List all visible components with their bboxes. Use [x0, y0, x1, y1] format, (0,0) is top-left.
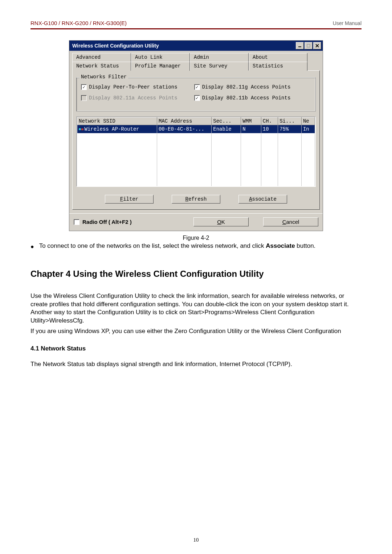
- tab-network-status[interactable]: Network Status: [72, 62, 131, 71]
- figure-caption: Figure 4-2: [30, 235, 362, 241]
- maximize-button[interactable]: [305, 42, 313, 49]
- checkbox-box: ✓: [194, 95, 200, 101]
- table-row[interactable]: [77, 165, 315, 173]
- tab-advanced[interactable]: Advanced: [72, 53, 131, 62]
- page-number: 10: [0, 537, 392, 543]
- dialog-window: Wireless Client Configuration Utility Ad…: [69, 40, 323, 231]
- cell-wmm: N: [241, 125, 261, 134]
- table-row[interactable]: Wireless AP-Router00-E0-4C-81-...EnableN…: [77, 125, 315, 134]
- tab-admin[interactable]: Admin: [190, 53, 249, 62]
- col-si-[interactable]: Si...: [278, 118, 302, 125]
- refresh-button[interactable]: Refresh: [172, 195, 220, 204]
- networks-table[interactable]: Network SSIDMAC AddressSec...WMMCH.Si...…: [76, 116, 316, 187]
- table-row[interactable]: [77, 157, 315, 165]
- checkbox-label: Display 802.11b Access Points: [202, 95, 291, 101]
- titlebar: Wireless Client Configuration Utility: [69, 41, 323, 51]
- radio-off-checkbox[interactable]: [74, 219, 79, 225]
- col-sec-[interactable]: Sec...: [212, 118, 241, 125]
- cell-ssid: Wireless AP-Router: [85, 126, 139, 132]
- table-row[interactable]: [77, 181, 315, 187]
- svg-rect-5: [81, 128, 83, 130]
- checkbox-box: [81, 95, 87, 101]
- col-ch-[interactable]: CH.: [261, 118, 278, 125]
- group-legend: Networks Filter: [79, 74, 128, 80]
- table-row[interactable]: [77, 149, 315, 157]
- table-row[interactable]: [77, 141, 315, 149]
- close-icon: [315, 44, 319, 48]
- bullet-text: To connect to one of the networks on the…: [39, 242, 316, 250]
- tab-statistics[interactable]: Statistics: [249, 62, 307, 71]
- checkbox-box: ✓: [194, 84, 200, 90]
- checkbox-display-802-11a-access-points: Display 802.11a Access Points: [81, 95, 177, 101]
- checkbox-label: Display 802.11g Access Points: [202, 84, 291, 90]
- table-row[interactable]: [77, 173, 315, 181]
- checkbox-display-802-11b-access-points[interactable]: ✓Display 802.11b Access Points: [194, 95, 291, 101]
- header-rule: [30, 28, 362, 29]
- checkbox-box: ✓: [81, 84, 87, 90]
- maximize-icon: [307, 44, 310, 48]
- checkbox-label: Display 802.11a Access Points: [89, 95, 177, 101]
- tab-pane-site-survey: Networks Filter ✓Display Peer-To-Peer st…: [72, 70, 320, 210]
- checkbox-display-peer-to-peer-stations[interactable]: ✓Display Peer-To-Peer stations: [81, 84, 177, 90]
- col-mac-address[interactable]: MAC Address: [157, 118, 211, 125]
- tab-auto-link[interactable]: Auto Link: [131, 53, 190, 62]
- checkbox-label: Display Peer-To-Peer stations: [89, 84, 177, 90]
- svg-rect-0: [298, 46, 301, 47]
- chapter-p2: If you are using Windows XP, you can use…: [30, 327, 362, 336]
- window-title: Wireless Client Configuration Utility: [72, 43, 295, 49]
- checkbox-display-802-11g-access-points[interactable]: ✓Display 802.11g Access Points: [194, 84, 291, 90]
- cell-mac: 00-E0-4C-81-...: [157, 125, 211, 134]
- group-networks-filter: Networks Filter ✓Display Peer-To-Peer st…: [76, 77, 316, 111]
- close-button[interactable]: [313, 42, 321, 49]
- associate-button[interactable]: Associate: [238, 195, 287, 204]
- chapter-p1: Use the Wireless Client Configuration Ut…: [30, 292, 362, 325]
- chapter-p3: The Network Status tab displays signal s…: [30, 360, 362, 369]
- col-network-ssid[interactable]: Network SSID: [77, 118, 157, 125]
- col-ne[interactable]: Ne: [301, 118, 315, 125]
- chapter-title: Chapter 4 Using the Wireless Client Conf…: [30, 269, 362, 279]
- cell-ch: 10: [261, 125, 278, 134]
- signal-icon: [79, 126, 85, 132]
- col-wmm[interactable]: WMM: [241, 118, 261, 125]
- tab-about[interactable]: About: [249, 53, 307, 62]
- ok-button[interactable]: OK: [193, 217, 249, 226]
- tab-site-survey[interactable]: Site Survey: [190, 62, 249, 71]
- cancel-button[interactable]: Cancel: [263, 217, 318, 226]
- filter-button[interactable]: Filter: [105, 195, 154, 204]
- minimize-button[interactable]: [296, 42, 304, 49]
- bullet-icon: ●: [30, 243, 34, 251]
- cell-si: 75%: [278, 125, 302, 134]
- minimize-icon: [298, 44, 302, 48]
- svg-rect-1: [307, 44, 310, 47]
- svg-point-4: [79, 128, 81, 130]
- radio-off-label: Radio Off ( Alt+F2 ): [82, 219, 132, 225]
- cell-ne: In: [301, 125, 315, 134]
- header-right: User Manual: [333, 20, 362, 26]
- header-models: RNX-G100 / RNX-G200 / RNX-G300(E): [30, 20, 127, 26]
- subheading-network-status: 4.1 Network Status: [30, 345, 362, 352]
- cell-sec: Enable: [212, 125, 241, 134]
- table-row[interactable]: [77, 133, 315, 141]
- tab-profile-manager[interactable]: Profile Manager: [131, 62, 190, 71]
- dialog-footer: Radio Off ( Alt+F2 ) OK Cancel: [69, 213, 323, 231]
